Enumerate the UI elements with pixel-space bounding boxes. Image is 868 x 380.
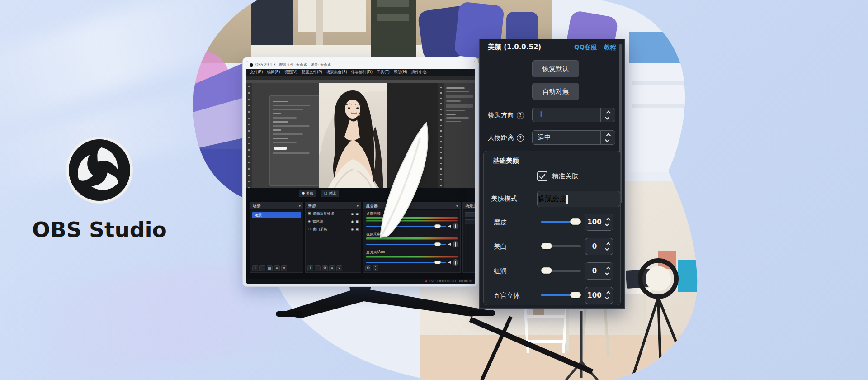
editor-right-icon-strip <box>438 83 443 188</box>
menu-plugin-center[interactable]: 插件中心 <box>411 70 427 75</box>
help-icon[interactable]: ? <box>517 134 524 142</box>
mini-fader[interactable] <box>453 223 458 229</box>
skin-mode-label: 美肤模式 <box>491 195 517 203</box>
lock-icon[interactable]: ▣ <box>355 212 359 216</box>
restore-defaults-button[interactable]: 恢复默认 <box>532 60 579 77</box>
beauty-panel: 美颜 (1.0.0.52) QQ客服 教程 恢复默认 自动对焦 镜头方向 ? 上… <box>479 39 625 309</box>
scene-up-button[interactable]: ∧ <box>274 265 280 271</box>
facial-3d-row: 五官立体 100 <box>484 287 620 305</box>
editor-floating-panel <box>269 95 319 186</box>
panel-header: 美颜 (1.0.0.52) QQ客服 教程 <box>488 43 616 52</box>
brand-title: OBS Studio <box>23 217 176 242</box>
obs-logo-icon <box>65 136 134 204</box>
transitions-dock-title: 场景过渡 <box>465 203 475 209</box>
menu-profile[interactable]: 配置文件(P) <box>302 70 322 75</box>
source-up-button[interactable]: ∧ <box>329 265 335 271</box>
smooth-skin-slider[interactable] <box>541 221 581 223</box>
editor-panel-button <box>274 147 287 150</box>
mini-fader[interactable] <box>453 259 458 266</box>
obs-titlebar: OBS 29.1.3 - 配置文件: 未命名 - 场景: 未命名 <box>246 61 475 69</box>
remove-source-button[interactable]: − <box>315 265 321 271</box>
spinner-arrows-icon[interactable] <box>604 218 613 226</box>
dock-menu-icon[interactable]: ▾ <box>357 204 359 208</box>
spinner-arrows-icon[interactable] <box>604 292 613 299</box>
visibility-eye-icon[interactable]: ◉ <box>351 212 354 216</box>
mixer-more-button[interactable]: ⋮ <box>373 265 378 271</box>
source-row[interactable]: ▢ 窗口采集 ◉ ▣ <box>306 225 361 233</box>
add-source-button[interactable]: + <box>307 265 313 271</box>
facial-3d-spinner[interactable]: 100 <box>585 287 613 304</box>
source-row[interactable]: ▣ 视频采集设备 ◉ ▣ <box>306 210 361 218</box>
quill-brush-graphic <box>369 114 437 246</box>
dock-menu-icon[interactable]: ▾ <box>456 204 458 208</box>
transition-select[interactable] <box>465 212 475 217</box>
add-scene-button[interactable]: + <box>252 265 258 271</box>
camera-direction-select[interactable]: 上 <box>532 108 615 122</box>
help-icon[interactable]: ? <box>517 112 524 119</box>
speaker-icon[interactable] <box>448 243 452 246</box>
menu-tools[interactable]: 工具(T) <box>377 70 390 75</box>
lock-icon[interactable]: ▣ <box>355 220 359 223</box>
menu-help[interactable]: 帮助(H) <box>394 70 407 75</box>
dock-menu-icon[interactable]: ▾ <box>299 204 301 208</box>
scene-filters-button[interactable]: ▤ <box>267 265 273 271</box>
remove-scene-button[interactable]: − <box>259 265 265 271</box>
scene-item-selected[interactable]: 场景 <box>252 212 301 218</box>
mini-fader[interactable] <box>453 241 458 247</box>
editor-toolbar <box>246 76 475 80</box>
beauty-toggle-button[interactable]: ● 美颜 <box>299 190 316 197</box>
menu-view[interactable]: 视图(V) <box>284 70 297 75</box>
source-properties-button[interactable]: ⚙ <box>322 265 328 271</box>
sources-dock-title: 来源 <box>308 203 316 209</box>
whitening-spinner[interactable]: 0 <box>585 238 613 255</box>
visibility-eye-icon[interactable]: ◉ <box>351 220 354 223</box>
precise-skin-checkbox[interactable] <box>537 171 547 181</box>
channel-options-icon[interactable]: ⋯ <box>454 251 458 254</box>
skin-mode-select[interactable]: 朦胧磨皮 <box>537 191 620 207</box>
speaker-icon[interactable] <box>448 261 452 264</box>
chevron-updown-icon <box>600 108 615 122</box>
facial-3d-slider[interactable] <box>541 294 581 296</box>
scene-down-button[interactable]: ∨ <box>281 265 287 271</box>
scenes-toolbar: + − ▤ ∧ ∨ <box>252 265 287 271</box>
source-row[interactable]: ◉ 媒体源 ◉ ▣ <box>306 218 361 225</box>
obs-statusbar: LIVE: 00:00:00 REC: 00:00:00 <box>246 279 475 284</box>
spinner-arrows-icon[interactable] <box>604 267 613 275</box>
compare-toggle-button[interactable]: ▢ 对比 <box>321 190 339 197</box>
rosy-slider[interactable] <box>541 270 581 272</box>
speaker-icon[interactable] <box>448 225 452 228</box>
channel-options-icon[interactable]: ⋯ <box>454 212 458 216</box>
stage: OBS Studio OBS 29.1.3 - 配置文件: 未命名 - 场景: … <box>0 0 868 380</box>
window-capture-icon: ▢ <box>308 228 311 231</box>
scene-transitions-dock: 场景过渡 <box>462 202 475 273</box>
lock-icon[interactable]: ▣ <box>355 228 359 231</box>
panel-title: 美颜 (1.0.0.52) <box>488 43 567 52</box>
menu-edit[interactable]: 编辑(E) <box>267 70 280 75</box>
rosy-spinner[interactable]: 0 <box>585 262 613 280</box>
transition-duration[interactable] <box>465 219 475 224</box>
autofocus-button[interactable]: 自动对焦 <box>532 83 579 100</box>
mixer-settings-button[interactable]: ⚙ <box>365 265 371 271</box>
menu-docks[interactable]: 停靠部件(D) <box>351 70 373 75</box>
person-distance-select[interactable]: 适中 <box>532 130 615 145</box>
spinner-arrows-icon[interactable] <box>604 243 613 250</box>
tutorial-link[interactable]: 教程 <box>604 43 616 52</box>
obs-branding: OBS Studio <box>23 136 176 242</box>
channel-options-icon[interactable]: ⋯ <box>454 233 458 236</box>
whitening-row: 美白 0 <box>484 238 620 256</box>
visibility-eye-icon[interactable]: ◉ <box>351 228 354 231</box>
menu-scene-collection[interactable]: 场景集合(S) <box>326 70 347 75</box>
sources-dock: 来源▾ ▣ 视频采集设备 ◉ ▣ ◉ 媒体源 ◉ ▣ ▢ <box>305 202 361 273</box>
volume-slider[interactable] <box>366 262 446 263</box>
qq-support-link[interactable]: QQ客服 <box>574 43 597 52</box>
rosy-row: 红润 0 <box>484 262 620 280</box>
captured-photo-editor <box>246 76 475 188</box>
check-icon <box>539 172 546 179</box>
sources-toolbar: + − ⚙ ∧ ∨ <box>307 265 342 271</box>
source-down-button[interactable]: ∨ <box>336 265 342 271</box>
mixer-toolbar: ⚙ ⋮ <box>365 265 378 271</box>
smooth-skin-spinner[interactable]: 100 <box>585 214 613 231</box>
menu-file[interactable]: 文件(F) <box>250 70 263 75</box>
whitening-slider[interactable] <box>541 245 581 247</box>
obs-docks: 场景▾ 场景 + − ▤ ∧ ∨ 来源▾ ▣ 视频采集设备 ◉ <box>246 200 475 279</box>
